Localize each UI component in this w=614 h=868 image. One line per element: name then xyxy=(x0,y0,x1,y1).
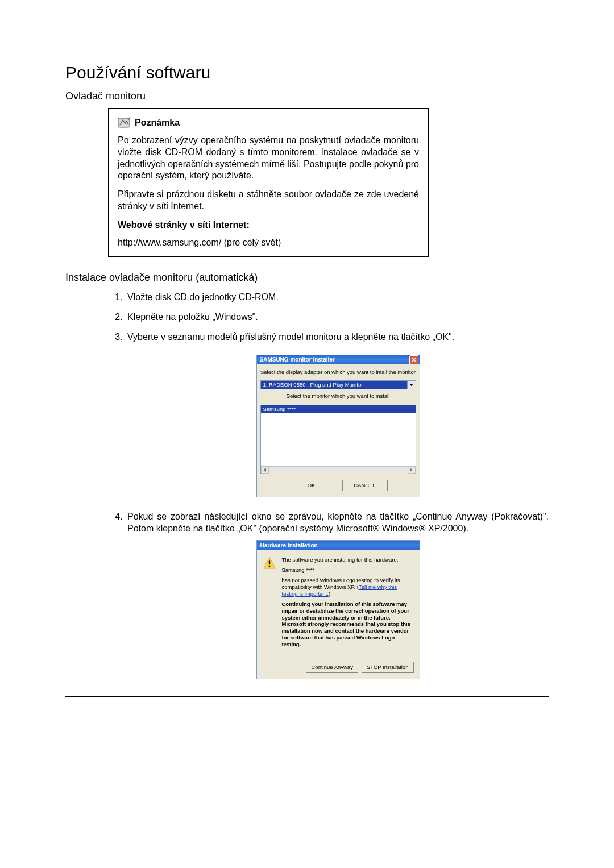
dialog-button-row: OK CANCEL xyxy=(260,474,416,491)
chevron-left-icon xyxy=(263,468,266,472)
dialog-titlebar: SAMSUNG monitor installer xyxy=(257,355,420,364)
scroll-right-button[interactable] xyxy=(408,467,416,474)
section-driver-heading: Ovladač monitoru xyxy=(65,90,549,102)
note-para2: Připravte si prázdnou disketu a stáhněte… xyxy=(118,189,419,213)
chevron-right-icon xyxy=(410,468,413,472)
step-4-text: Pokud se zobrazí následující okno se zpr… xyxy=(127,511,549,535)
dialog-body: Select the display adapter on which you … xyxy=(257,364,420,497)
hw-text-column: The software you are installing for this… xyxy=(282,556,414,651)
hw-button-row: Continue Anyway STOP Installation xyxy=(257,657,420,679)
step-1: Vložte disk CD do jednotky CD-ROM. xyxy=(125,292,549,304)
step-1-text: Vložte disk CD do jednotky CD-ROM. xyxy=(127,292,549,304)
step-2-text: Klepněte na položku „Windows". xyxy=(127,312,549,323)
note-header: Poznámka xyxy=(118,117,419,129)
note-label: Poznámka xyxy=(135,117,180,129)
continue-rest: ontinue Anyway xyxy=(315,664,353,671)
note-icon xyxy=(118,117,131,129)
close-icon xyxy=(412,358,416,362)
svg-rect-4 xyxy=(268,566,269,567)
section-install-heading: Instalace ovladače monitoru (automatická… xyxy=(65,272,549,284)
step-2: Klepněte na položku „Windows". xyxy=(125,312,549,323)
continue-accel: C xyxy=(311,664,315,671)
hw-line2: has not passed Windows Logo testing to v… xyxy=(282,577,414,597)
dialog-title: SAMSUNG monitor installer xyxy=(260,356,335,363)
hw-warning-text: Continuing your installation of this sof… xyxy=(282,601,414,648)
monitor-listbox[interactable]: Samsung **** xyxy=(260,405,416,474)
hw-title: Hardware Installation xyxy=(260,542,318,549)
hw-titlebar: Hardware Installation xyxy=(257,541,420,550)
chevron-down-icon xyxy=(409,384,413,386)
cancel-button[interactable]: CANCEL xyxy=(342,480,388,491)
note-para1: Po zobrazení výzvy operačního systému na… xyxy=(118,135,419,182)
stop-installation-button[interactable]: STOP Installation xyxy=(362,662,414,673)
step-3: Vyberte v seznamu modelů příslušný model… xyxy=(125,331,549,497)
adapter-label: Select the display adapter on which you … xyxy=(260,369,416,376)
warning-icon xyxy=(263,556,276,570)
note-url: http://www.samsung.com/ (pro celý svět) xyxy=(118,237,419,249)
hardware-installation-dialog: Hardware Installation The software you a… xyxy=(256,540,420,679)
adapter-selected-value: 1. RADEON 9550 : Plug and Play Monitor xyxy=(260,380,408,389)
bottom-rule xyxy=(65,696,549,697)
note-para3-label: Webové stránky v síti Internet: xyxy=(118,219,419,231)
continue-anyway-button[interactable]: Continue Anyway xyxy=(306,662,358,673)
hw-device: Samsung **** xyxy=(282,567,414,574)
page-title: Používání softwaru xyxy=(65,63,549,82)
horizontal-scrollbar[interactable] xyxy=(261,466,416,474)
hw-line1: The software you are installing for this… xyxy=(282,556,414,563)
hw-body: The software you are installing for this… xyxy=(257,550,420,657)
ok-button[interactable]: OK xyxy=(289,480,334,491)
samsung-installer-dialog: SAMSUNG monitor installer Select the dis… xyxy=(256,355,420,497)
scroll-left-button[interactable] xyxy=(261,467,269,474)
stop-rest: TOP Installation xyxy=(370,664,408,671)
top-rule xyxy=(65,40,549,40)
close-button[interactable] xyxy=(409,355,418,364)
step-4: Pokud se zobrazí následující okno se zpr… xyxy=(125,511,549,679)
monitor-label: Select the monitor which you want to ins… xyxy=(260,393,416,400)
note-box: Poznámka Po zobrazení výzvy operačního s… xyxy=(108,108,429,257)
svg-rect-3 xyxy=(268,561,269,565)
page: Používání softwaru Ovladač monitoru Pozn… xyxy=(0,0,614,737)
steps-list: Vložte disk CD do jednotky CD-ROM. Klepn… xyxy=(108,292,549,679)
adapter-dropdown-button[interactable] xyxy=(408,380,416,389)
adapter-select[interactable]: 1. RADEON 9550 : Plug and Play Monitor xyxy=(260,380,416,389)
step-3-text: Vyberte v seznamu modelů příslušný model… xyxy=(127,331,549,343)
monitor-selected-item[interactable]: Samsung **** xyxy=(261,405,416,413)
hw-line2b: ) xyxy=(329,591,330,597)
